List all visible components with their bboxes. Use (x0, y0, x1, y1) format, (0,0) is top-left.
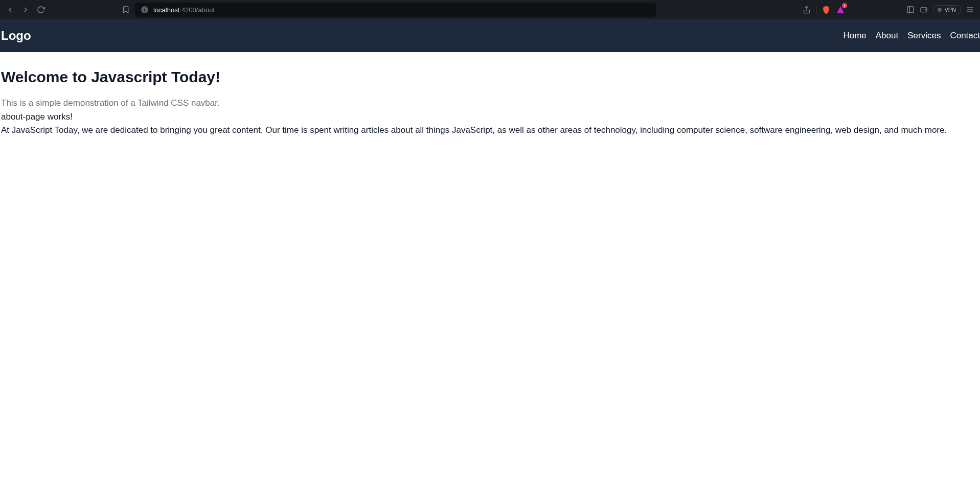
site-info-icon[interactable]: i (141, 6, 148, 13)
nav-link-services[interactable]: Services (907, 31, 941, 41)
vpn-badge[interactable]: VPN (933, 5, 961, 14)
nav-link-contact[interactable]: Contact (950, 31, 980, 41)
page-subtitle: This is a simple demonstration of a Tail… (0, 98, 980, 108)
share-icon[interactable] (803, 6, 811, 14)
nav-links: Home About Services Contact (843, 31, 980, 41)
site-navbar: Logo Home About Services Contact (0, 19, 980, 52)
address-bar[interactable]: i localhost:4200/about (135, 3, 656, 17)
vpn-label: VPN (944, 7, 956, 13)
page-content: Welcome to Javascript Today! This is a s… (0, 52, 980, 136)
wallet-icon[interactable] (920, 6, 928, 14)
browser-chrome: i localhost:4200/about 1 VPN (0, 0, 980, 19)
nav-link-about[interactable]: About (876, 31, 898, 41)
site-logo[interactable]: Logo (1, 29, 31, 43)
address-bar-wrap: i localhost:4200/about (135, 3, 797, 17)
brave-shields-icon[interactable] (822, 5, 831, 14)
reload-icon[interactable] (37, 6, 45, 14)
svg-rect-1 (907, 7, 914, 13)
about-body: At JavaScript Today, we are dedicated to… (0, 124, 980, 137)
browser-nav-controls (6, 6, 45, 14)
about-works-line: about-page works! (0, 110, 980, 124)
hamburger-menu-icon[interactable] (966, 6, 974, 14)
url-host: localhost (153, 6, 179, 14)
sidebar-toggle-icon[interactable] (906, 6, 915, 14)
svg-point-4 (925, 9, 926, 10)
browser-right-controls: 1 VPN (803, 5, 974, 14)
page-heading: Welcome to Javascript Today! (0, 68, 980, 86)
bookmark-icon[interactable] (122, 6, 130, 14)
nav-link-home[interactable]: Home (843, 31, 866, 41)
extension-badge: 1 (842, 3, 847, 8)
extension-icon[interactable]: 1 (836, 5, 845, 14)
vpn-status-dot (938, 8, 942, 12)
url-path: :4200/about (179, 6, 215, 14)
url-text: localhost:4200/about (153, 6, 215, 14)
separator (816, 6, 816, 14)
back-icon[interactable] (6, 6, 14, 14)
forward-icon[interactable] (21, 6, 30, 14)
